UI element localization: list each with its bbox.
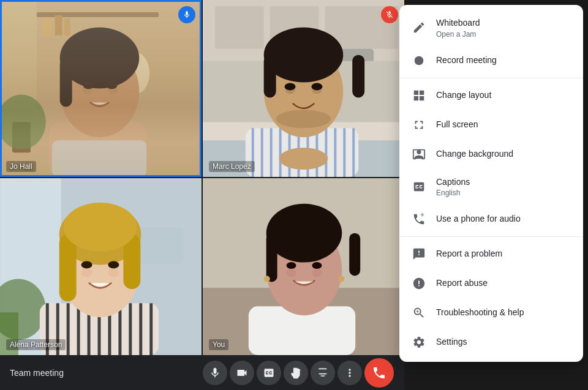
record-text: Record meeting (436, 54, 571, 67)
svg-rect-40 (343, 128, 345, 177)
whiteboard-text: Whiteboard Open a Jam (436, 17, 571, 39)
svg-point-77 (81, 261, 92, 269)
svg-rect-3 (55, 15, 62, 36)
svg-rect-16 (90, 43, 110, 55)
svg-rect-7 (0, 0, 37, 110)
video-cell-2: Marc Lopez (203, 0, 404, 177)
speaker-mic-icon (178, 6, 195, 23)
svg-point-50 (285, 83, 296, 91)
svg-point-96 (415, 56, 424, 65)
svg-point-80 (108, 268, 119, 277)
svg-rect-62 (67, 303, 70, 355)
video-cell-4: You (203, 178, 404, 355)
bottom-toolbar: Team meeting (0, 355, 404, 390)
background-icon (412, 147, 426, 162)
menu-item-report-abuse[interactable]: Report abuse (399, 269, 583, 298)
menu-item-captions[interactable]: Captions English (399, 169, 583, 205)
svg-point-20 (106, 82, 117, 89)
whiteboard-label: Whiteboard (436, 17, 571, 29)
menu-item-phone[interactable]: Use a phone for audio (399, 204, 583, 234)
participant-name-2: Marc Lopez (209, 161, 255, 172)
svg-rect-11 (52, 140, 146, 177)
svg-point-19 (83, 82, 94, 89)
captions-sublabel: English (436, 189, 571, 197)
background-text: Change background (436, 148, 571, 160)
svg-point-91 (338, 276, 344, 282)
menu-item-fullscreen[interactable]: Full screen (399, 110, 583, 140)
phone-text: Use a phone for audio (436, 213, 571, 225)
muted-icon (381, 6, 398, 23)
svg-rect-89 (349, 233, 360, 276)
svg-rect-15 (60, 58, 72, 107)
help-icon (412, 306, 426, 320)
report-problem-icon (412, 247, 426, 261)
present-button[interactable] (311, 361, 335, 385)
svg-rect-45 (264, 55, 276, 98)
divider-2 (399, 236, 583, 237)
record-icon (412, 53, 426, 68)
layout-text: Change layout (436, 89, 571, 102)
svg-point-87 (266, 204, 342, 263)
svg-point-52 (279, 148, 328, 170)
svg-rect-70 (149, 303, 153, 355)
raise-hand-button[interactable] (284, 361, 308, 385)
captions-label: Captions (436, 176, 571, 189)
participant-name-4: You (209, 339, 228, 350)
svg-point-51 (311, 83, 322, 91)
menu-item-settings[interactable]: Settings (399, 328, 583, 357)
svg-rect-2 (43, 17, 52, 36)
svg-rect-41 (352, 128, 355, 177)
report-abuse-icon (412, 276, 426, 291)
captions-text: Captions English (436, 176, 571, 198)
svg-point-93 (312, 262, 322, 269)
record-label: Record meeting (436, 54, 571, 67)
control-buttons-group (202, 358, 394, 388)
svg-rect-68 (129, 303, 132, 355)
settings-icon (412, 335, 426, 350)
svg-point-78 (108, 261, 119, 269)
troubleshooting-label: Troubleshooting & help (436, 307, 571, 319)
menu-item-whiteboard[interactable]: Whiteboard Open a Jam (399, 10, 583, 46)
layout-label: Change layout (436, 89, 571, 102)
more-options-button[interactable] (337, 361, 362, 385)
more-options-menu: Whiteboard Open a Jam Record meeting Cha… (399, 5, 583, 362)
svg-rect-33 (279, 128, 282, 177)
svg-point-92 (287, 262, 296, 269)
svg-rect-23 (215, 6, 264, 49)
svg-rect-31 (261, 128, 263, 177)
menu-item-report-problem[interactable]: Report a problem (399, 239, 583, 269)
captions-button[interactable] (257, 361, 281, 385)
report-abuse-label: Report abuse (436, 277, 571, 290)
end-call-button[interactable] (364, 358, 394, 388)
phone-label: Use a phone for audio (436, 213, 571, 225)
fullscreen-text: Full screen (436, 119, 571, 131)
svg-point-79 (81, 268, 92, 277)
menu-item-background[interactable]: Change background (399, 140, 583, 169)
svg-rect-63 (77, 303, 80, 355)
whiteboard-icon (412, 20, 426, 35)
phone-icon (412, 212, 426, 227)
troubleshooting-text: Troubleshooting & help (436, 307, 571, 319)
settings-label: Settings (436, 336, 571, 348)
svg-rect-88 (266, 233, 277, 282)
report-problem-text: Report a problem (436, 248, 571, 260)
video-cell-3: Alena Patterson (0, 178, 202, 355)
mic-button[interactable] (203, 361, 227, 385)
report-abuse-text: Report abuse (436, 277, 571, 290)
background-label: Change background (436, 148, 571, 160)
svg-rect-32 (270, 128, 273, 177)
svg-point-95 (312, 268, 322, 277)
menu-item-troubleshooting[interactable]: Troubleshooting & help (399, 298, 583, 328)
camera-button[interactable] (230, 361, 254, 385)
svg-rect-46 (352, 55, 364, 98)
svg-rect-74 (59, 234, 77, 302)
svg-rect-38 (325, 128, 327, 177)
svg-rect-69 (139, 303, 142, 355)
menu-item-layout[interactable]: Change layout (399, 81, 583, 110)
settings-text: Settings (436, 336, 571, 348)
divider-1 (399, 78, 583, 78)
fullscreen-label: Full screen (436, 119, 571, 131)
menu-item-record[interactable]: Record meeting (399, 46, 583, 75)
captions-icon (412, 179, 426, 194)
svg-point-76 (64, 203, 137, 252)
